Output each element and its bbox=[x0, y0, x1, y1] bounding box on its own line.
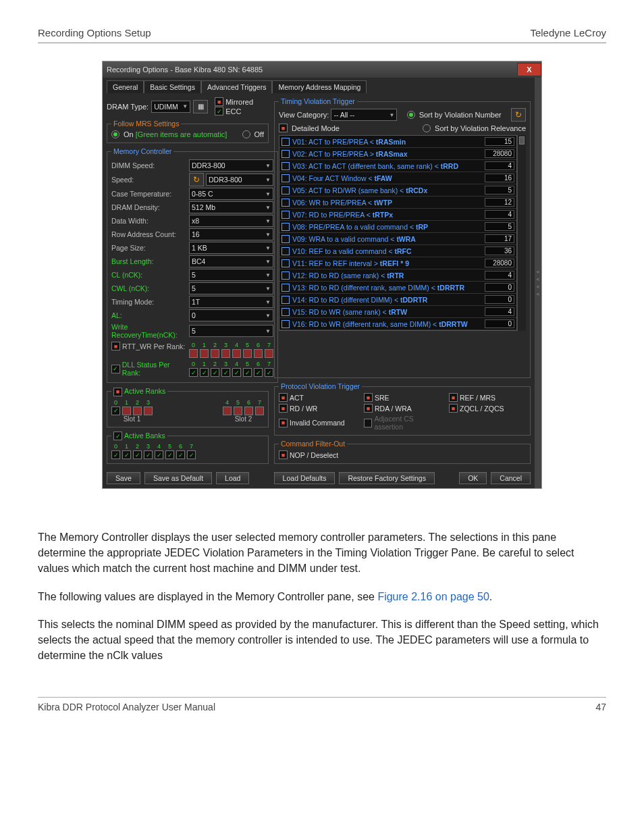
dll-rank-box[interactable] bbox=[243, 368, 252, 377]
violation-value[interactable]: 15 bbox=[485, 137, 514, 146]
violation-checkbox[interactable] bbox=[281, 223, 290, 231]
rtt-rank-box[interactable] bbox=[211, 349, 219, 358]
active-bank-box[interactable] bbox=[144, 450, 153, 459]
load-defaults-button[interactable]: Load Defaults bbox=[274, 472, 336, 484]
dll-status-check[interactable]: ✓ bbox=[111, 365, 120, 373]
cancel-button[interactable]: Cancel bbox=[491, 472, 531, 484]
violation-value[interactable]: 17 bbox=[485, 234, 514, 243]
active-bank-box[interactable] bbox=[165, 450, 174, 459]
mc-select[interactable]: 1 KB▼ bbox=[189, 242, 273, 254]
dll-rank-box[interactable] bbox=[200, 368, 209, 377]
violation-value[interactable]: 36 bbox=[485, 246, 514, 255]
violation-value[interactable]: 4 bbox=[485, 271, 514, 280]
sort-relevance-radio[interactable] bbox=[423, 124, 431, 132]
violation-value[interactable]: 12 bbox=[485, 198, 514, 207]
violation-row[interactable]: V07: RD to PRE/PREA < tRTPx4 bbox=[279, 209, 516, 221]
mc-select[interactable]: 1T▼ bbox=[189, 296, 273, 308]
active-bank-box[interactable] bbox=[176, 450, 185, 459]
violation-value[interactable]: 4 bbox=[485, 210, 514, 219]
violation-checkbox[interactable] bbox=[281, 296, 290, 304]
violation-list[interactable]: V01: ACT to PRE/PREA < tRASmin15V02: ACT… bbox=[279, 135, 517, 331]
restore-factory-button[interactable]: Restore Factory Settings bbox=[339, 472, 435, 484]
pv-checkbox[interactable]: ■ bbox=[449, 404, 458, 413]
violation-row[interactable]: V13: RD to RD (different rank, same DIMM… bbox=[279, 282, 516, 294]
dialog-right-scroll[interactable]: < < < < bbox=[535, 78, 541, 488]
active-rank-box[interactable] bbox=[111, 407, 120, 415]
violation-checkbox[interactable] bbox=[281, 235, 290, 243]
mc-select[interactable]: 512 Mb▼ bbox=[189, 201, 273, 213]
dll-rank-box[interactable] bbox=[189, 368, 198, 377]
violation-scrollbar[interactable] bbox=[517, 135, 526, 331]
nop-deselect-check[interactable]: ■ bbox=[279, 450, 288, 459]
violation-checkbox[interactable] bbox=[281, 320, 290, 328]
active-rank-box[interactable] bbox=[133, 407, 142, 415]
active-rank-box[interactable] bbox=[234, 407, 242, 415]
active-rank-box[interactable] bbox=[144, 407, 153, 415]
violation-row[interactable]: V12: RD to RD (same rank) < tRTR4 bbox=[279, 269, 516, 282]
dram-type-select[interactable]: UDIMM▼ bbox=[151, 101, 190, 113]
violation-checkbox[interactable] bbox=[281, 284, 290, 292]
tab-memory-address-mapping[interactable]: Memory Address Mapping bbox=[272, 80, 367, 93]
violation-checkbox[interactable] bbox=[281, 259, 290, 267]
active-rank-box[interactable] bbox=[244, 407, 253, 415]
violation-value[interactable]: 28080 bbox=[485, 259, 514, 267]
violation-checkbox[interactable] bbox=[281, 211, 290, 219]
violation-checkbox[interactable] bbox=[281, 271, 290, 280]
violation-checkbox[interactable] bbox=[281, 199, 290, 207]
violation-row[interactable]: V15: RD to WR (same rank) < tRTW4 bbox=[279, 306, 516, 318]
violation-checkbox[interactable] bbox=[281, 138, 290, 146]
dll-rank-box[interactable] bbox=[211, 368, 219, 377]
view-category-select[interactable]: -- All --▼ bbox=[331, 109, 397, 121]
violation-row[interactable]: V09: WRA to a valid command < tWRA17 bbox=[279, 233, 516, 245]
dram-type-action-icon[interactable]: ▦ bbox=[193, 100, 208, 113]
pv-checkbox[interactable]: ■ bbox=[364, 393, 373, 402]
protocol-violation-item[interactable]: ■SRE bbox=[364, 393, 441, 402]
protocol-violation-item[interactable]: ■Invalid Command bbox=[279, 415, 356, 431]
ok-button[interactable]: OK bbox=[459, 472, 487, 484]
active-rank-box[interactable] bbox=[255, 407, 264, 415]
mc-select[interactable]: 0-85 C▼ bbox=[189, 188, 273, 200]
pv-checkbox[interactable]: ■ bbox=[279, 404, 288, 413]
mc-select[interactable]: 5▼ bbox=[189, 269, 273, 281]
mc-select[interactable]: 5▼ bbox=[189, 282, 273, 294]
protocol-violation-item[interactable]: ■REF / MRS bbox=[449, 393, 526, 402]
violation-row[interactable]: V05: ACT to RD/WR (same bank) < tRCDx5 bbox=[279, 184, 516, 197]
figure-link[interactable]: Figure 2.16 on page 50 bbox=[377, 591, 489, 602]
ecc-checkbox[interactable]: ✓ bbox=[215, 107, 223, 115]
violation-row[interactable]: V10: REF to a valid command < tRFC36 bbox=[279, 245, 516, 257]
protocol-violation-item[interactable]: ■ZQCL / ZQCS bbox=[449, 404, 526, 413]
detailed-mode-check[interactable]: ■ bbox=[279, 124, 288, 132]
tab-basic-settings[interactable]: Basic Settings bbox=[144, 80, 201, 93]
violation-value[interactable]: 5 bbox=[485, 186, 514, 194]
violation-row[interactable]: V04: Four ACT Window < tFAW16 bbox=[279, 172, 516, 184]
violation-checkbox[interactable] bbox=[281, 247, 290, 255]
follow-mrs-on-radio[interactable] bbox=[111, 130, 119, 138]
mc-select[interactable]: 5▼ bbox=[189, 325, 273, 337]
violation-row[interactable]: V08: PRE/PREA to a valid command < tRP5 bbox=[279, 221, 516, 233]
protocol-violation-item[interactable]: ■RDA / WRA bbox=[364, 404, 441, 413]
rtt-wr-check[interactable]: ■ bbox=[111, 342, 120, 350]
violation-value[interactable]: 0 bbox=[485, 295, 514, 304]
close-button[interactable]: X bbox=[517, 63, 541, 76]
violation-value[interactable]: 28080 bbox=[485, 149, 514, 158]
follow-mrs-off-radio[interactable] bbox=[242, 130, 250, 138]
active-ranks-check[interactable]: ■ bbox=[113, 388, 122, 396]
rtt-rank-box[interactable] bbox=[200, 349, 209, 358]
rtt-rank-box[interactable] bbox=[189, 349, 198, 358]
violation-row[interactable]: V11: REF to REF interval > tREFI * 92808… bbox=[279, 257, 516, 269]
mc-select[interactable]: 16▼ bbox=[189, 228, 273, 240]
active-bank-box[interactable] bbox=[111, 450, 120, 459]
save-default-button[interactable]: Save as Default bbox=[144, 472, 212, 484]
refresh-icon[interactable]: ↻ bbox=[511, 108, 526, 122]
sort-number-radio[interactable] bbox=[407, 111, 415, 119]
dll-rank-box[interactable] bbox=[232, 368, 241, 377]
active-rank-box[interactable] bbox=[223, 407, 232, 415]
violation-checkbox[interactable] bbox=[281, 162, 290, 170]
rtt-rank-box[interactable] bbox=[265, 349, 273, 358]
dll-rank-box[interactable] bbox=[221, 368, 230, 377]
dll-rank-box[interactable] bbox=[265, 368, 273, 377]
violation-value[interactable]: 16 bbox=[485, 174, 514, 182]
violation-checkbox[interactable] bbox=[281, 174, 290, 182]
tab-advanced-triggers[interactable]: Advanced Triggers bbox=[201, 80, 273, 93]
violation-value[interactable]: 0 bbox=[485, 283, 514, 292]
